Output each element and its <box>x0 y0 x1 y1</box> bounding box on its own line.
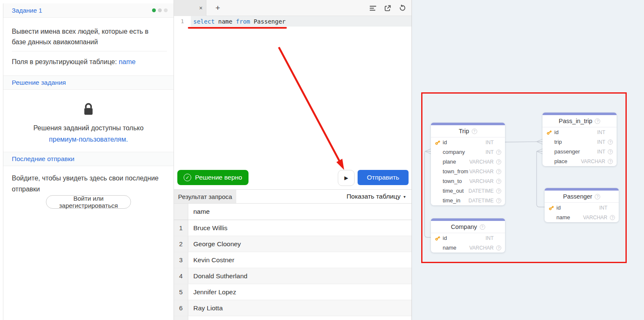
format-code-icon[interactable] <box>369 4 377 12</box>
premium-link[interactable]: премиум-пользователям. <box>49 136 128 143</box>
section-solution[interactable]: Решение задания <box>3 75 174 90</box>
progress-dot <box>158 8 162 12</box>
results-tab[interactable]: Результат запроса <box>174 190 236 203</box>
play-icon: ▶ <box>344 175 348 181</box>
task-header: Задание 1 <box>3 3 174 18</box>
schema-panel: Trip ? id INT ? company INT ? plane VARC… <box>412 0 644 320</box>
task-description: Вывести имена всех людей, которые есть в… <box>12 26 159 47</box>
section-last-submissions[interactable]: Последние отправки <box>3 152 174 166</box>
task-card: Задание 1 Вывести имена всех людей, кото… <box>3 3 174 320</box>
results-table-header: name <box>174 204 412 220</box>
column-header: name <box>188 204 412 220</box>
editor-panel: × + 1 select name from Passenger <box>174 0 412 320</box>
close-tab-icon[interactable]: × <box>199 5 203 11</box>
progress-dots <box>152 8 168 12</box>
lock-icon <box>3 102 174 118</box>
editor-toolbar: × + <box>174 0 412 16</box>
show-table-dropdown[interactable]: Показать таблицу ▾ <box>347 190 406 203</box>
open-external-icon[interactable] <box>384 4 392 12</box>
sql-code-line[interactable]: select name from Passenger <box>193 16 286 27</box>
submit-button[interactable]: Отправить <box>358 170 409 185</box>
annotation-underline <box>188 27 287 29</box>
sql-identifier: Passenger <box>254 18 286 25</box>
reset-undo-icon[interactable] <box>398 4 406 12</box>
annotation-rect <box>421 92 627 263</box>
premium-note: Решения заданий доступны только премиум-… <box>3 122 174 145</box>
result-fields-line: Поля в результирующей таблице: name <box>12 58 136 66</box>
sql-identifier: name <box>218 18 232 25</box>
table-row[interactable]: 1 Bruce Willis <box>174 220 412 236</box>
task-title-link[interactable]: Задание 1 <box>12 7 42 14</box>
row-number-header <box>174 204 188 220</box>
toolbar-icons <box>369 0 406 16</box>
divider <box>12 51 167 51</box>
line-number: 1 <box>174 16 191 27</box>
progress-dot <box>164 8 168 12</box>
sql-keyword: from <box>236 18 250 25</box>
login-hint: Войдите, чтобы увидеть здесь свои послед… <box>12 173 168 195</box>
run-query-button[interactable]: ▶ <box>338 170 355 186</box>
task-panel: Задание 1 Вывести имена всех людей, кото… <box>0 0 174 320</box>
table-row[interactable]: 5 Jennifer Lopez <box>174 284 412 300</box>
check-circle-icon: ✓ <box>184 174 191 181</box>
solution-status-button[interactable]: ✓ Решение верно <box>177 170 249 185</box>
table-row[interactable]: 6 Ray Liotta <box>174 300 412 316</box>
sql-keyword: select <box>193 18 215 25</box>
progress-dot-active <box>152 8 156 12</box>
editor-tab[interactable]: × <box>174 0 206 16</box>
add-tab-button[interactable]: + <box>212 0 224 16</box>
table-row-partial <box>174 316 412 320</box>
login-button[interactable]: Войти или зарегистрироваться <box>46 195 131 209</box>
table-row[interactable]: 3 Kevin Costner <box>174 252 412 268</box>
results-table: name 1 Bruce Willis 2 George Clooney 3 K… <box>174 204 412 320</box>
app-window: Задание 1 Вывести имена всех людей, кото… <box>0 0 644 320</box>
results-bar: Результат запроса Показать таблицу ▾ <box>174 189 412 204</box>
result-field-link[interactable]: name <box>119 58 136 65</box>
table-row[interactable]: 2 George Clooney <box>174 236 412 252</box>
result-fields-label: Поля в результирующей таблице: <box>12 58 117 65</box>
table-row[interactable]: 4 Donald Sutherland <box>174 268 412 284</box>
chevron-down-icon: ▾ <box>404 194 406 199</box>
